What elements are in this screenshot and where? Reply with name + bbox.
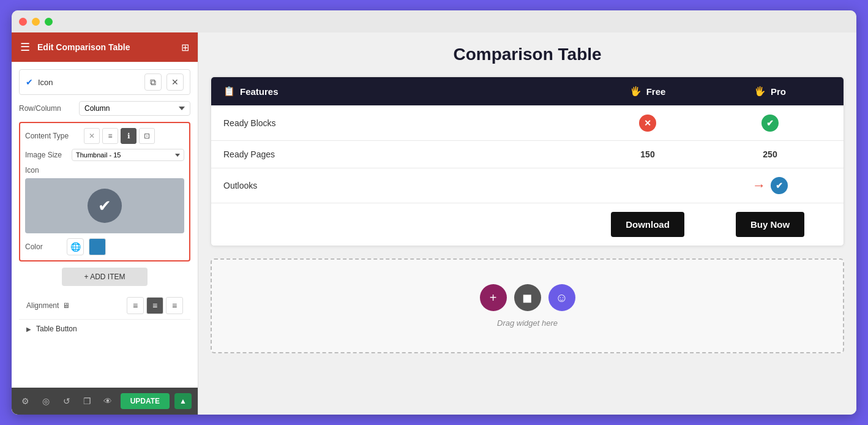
page-title: Comparison Table [211, 45, 844, 64]
icon-row: ✔ Icon ⧉ ✕ [19, 69, 190, 95]
buy-now-btn-cell: Buy Now [709, 212, 831, 237]
alignment-icon: 🖥 [62, 301, 70, 310]
align-right-btn[interactable]: ≡ [166, 297, 183, 314]
x-icon: ✕ [639, 115, 656, 132]
icon-checkmark: ✔ [88, 189, 122, 223]
check-icon: ✔ [26, 77, 33, 87]
content-type-label: Content Type [25, 132, 80, 140]
settings-icon[interactable]: ⚙ [18, 393, 34, 410]
download-button[interactable]: Download [611, 212, 684, 237]
image-size-select[interactable]: Thumbnail - 15 Thumbnail - 20 Medium Lar… [72, 149, 184, 161]
check-green-icon: ✔ [761, 115, 779, 132]
close-icon-btn[interactable]: ✕ [166, 73, 184, 91]
app-body: ☰ Edit Comparison Table ⊞ ✔ Icon ⧉ ✕ Row… [12, 32, 856, 415]
ready-blocks-pro: ✔ [709, 115, 831, 132]
free-label: Free [646, 86, 666, 97]
ready-blocks-free: ✕ [586, 115, 709, 132]
ready-pages-free: 150 [586, 149, 709, 159]
free-icon: 🖐 [630, 86, 642, 97]
table-button-label: Table Button [36, 325, 77, 333]
ct-icon-grid[interactable]: ⊡ [139, 128, 155, 144]
sidebar-footer: ⚙ ◎ ↺ ❐ 👁 UPDATE ▲ [12, 388, 198, 415]
copy-icon-btn[interactable]: ⧉ [144, 73, 162, 91]
row-column-field: Row/Column Column Row [19, 101, 190, 116]
icon-row-label: Icon [38, 78, 140, 87]
add-item-button[interactable]: + ADD ITEM [62, 268, 148, 286]
table-buttons-row: Download Buy Now [211, 203, 844, 246]
ct-icon-info[interactable]: ℹ [121, 128, 137, 144]
comparison-table: 📋 Features 🖐 Free 🖐 Pro Ready Blocks [211, 77, 844, 246]
tb-arrow-icon: ▶ [26, 326, 31, 333]
ready-pages-label: Ready Pages [223, 149, 586, 159]
row-column-select[interactable]: Column Row [79, 101, 190, 116]
header-features: 📋 Features [223, 86, 586, 97]
maximize-btn[interactable] [45, 18, 53, 26]
color-row: Color 🌐 [25, 238, 184, 255]
buy-now-button[interactable]: Buy Now [736, 212, 804, 237]
align-buttons: ≡ ≡ ≡ [127, 297, 183, 314]
hamburger-icon[interactable]: ☰ [20, 40, 30, 54]
color-swatch[interactable] [89, 238, 106, 255]
undo-icon[interactable]: ↺ [59, 393, 75, 410]
sidebar-header: ☰ Edit Comparison Table ⊞ [12, 32, 198, 62]
icon-section-label: Icon [25, 166, 184, 175]
image-size-row: Image Size Thumbnail - 15 Thumbnail - 20… [25, 149, 184, 161]
sidebar-title: Edit Comparison Table [37, 42, 174, 52]
minimize-btn[interactable] [32, 18, 40, 26]
sidebar-content: ✔ Icon ⧉ ✕ Row/Column Column Row [12, 62, 198, 388]
outlooks-pro: → ✔ [709, 177, 831, 194]
content-type-icons: ✕ ≡ ℹ ⊡ [84, 128, 155, 144]
outlooks-label: Outlooks [223, 181, 586, 190]
image-size-label: Image Size [25, 151, 68, 159]
align-left-btn[interactable]: ≡ [127, 297, 144, 314]
ct-icon-table[interactable]: ≡ [102, 128, 118, 144]
icon-preview: ✔ [25, 178, 184, 233]
check-blue-icon: ✔ [771, 177, 788, 194]
update-arrow-button[interactable]: ▲ [174, 393, 192, 409]
ready-blocks-label: Ready Blocks [223, 118, 586, 128]
table-row-ready-blocks: Ready Blocks ✕ ✔ [211, 105, 844, 140]
pro-icon: 🖐 [754, 86, 766, 97]
drop-label: Drag widget here [497, 318, 558, 328]
titlebar [12, 10, 856, 32]
smiley-icon[interactable]: ☺ [548, 284, 575, 311]
color-label: Color [25, 243, 62, 251]
table-row-ready-pages: Ready Pages 150 250 [211, 140, 844, 168]
ct-icon-close[interactable]: ✕ [84, 128, 100, 144]
widget-icon[interactable]: ◼ [514, 284, 541, 311]
globe-icon-btn[interactable]: 🌐 [67, 238, 84, 255]
alignment-label: Alignment 🖥 [26, 301, 122, 310]
close-btn[interactable] [19, 18, 27, 26]
drop-zone-icons: + ◼ ☺ [480, 284, 575, 311]
update-button[interactable]: UPDATE [121, 393, 170, 409]
eye-icon[interactable]: 👁 [100, 393, 116, 410]
app-window: ☰ Edit Comparison Table ⊞ ✔ Icon ⧉ ✕ Row… [12, 10, 856, 415]
features-label: Features [240, 86, 279, 97]
grid-icon[interactable]: ⊞ [181, 42, 189, 53]
layers-icon[interactable]: ◎ [39, 393, 54, 410]
table-header: 📋 Features 🖐 Free 🖐 Pro [211, 77, 844, 105]
header-pro: 🖐 Pro [709, 86, 831, 97]
header-free: 🖐 Free [586, 86, 709, 97]
alignment-row: Alignment 🖥 ≡ ≡ ≡ [19, 292, 190, 319]
drop-zone[interactable]: + ◼ ☺ Drag widget here [211, 258, 844, 353]
row-column-label: Row/Column [19, 104, 74, 113]
content-type-row: Content Type ✕ ≡ ℹ ⊡ [25, 128, 184, 144]
download-btn-cell: Download [586, 212, 709, 237]
arrow-right-icon: → [752, 178, 766, 194]
features-icon: 📋 [223, 86, 235, 97]
add-widget-icon[interactable]: + [480, 284, 507, 311]
table-row-outlooks: Outlooks → ✔ [211, 168, 844, 203]
content-type-box: Content Type ✕ ≡ ℹ ⊡ Image Size Thumbnai… [19, 122, 190, 261]
table-button-section[interactable]: ▶ Table Button [19, 319, 190, 338]
align-center-btn[interactable]: ≡ [146, 297, 163, 314]
main-content: Comparison Table 📋 Features 🖐 Free 🖐 [198, 32, 856, 415]
ready-pages-pro: 250 [709, 149, 831, 159]
duplicate-icon[interactable]: ❐ [80, 393, 95, 410]
sidebar: ☰ Edit Comparison Table ⊞ ✔ Icon ⧉ ✕ Row… [12, 32, 198, 415]
pro-label: Pro [771, 86, 786, 97]
